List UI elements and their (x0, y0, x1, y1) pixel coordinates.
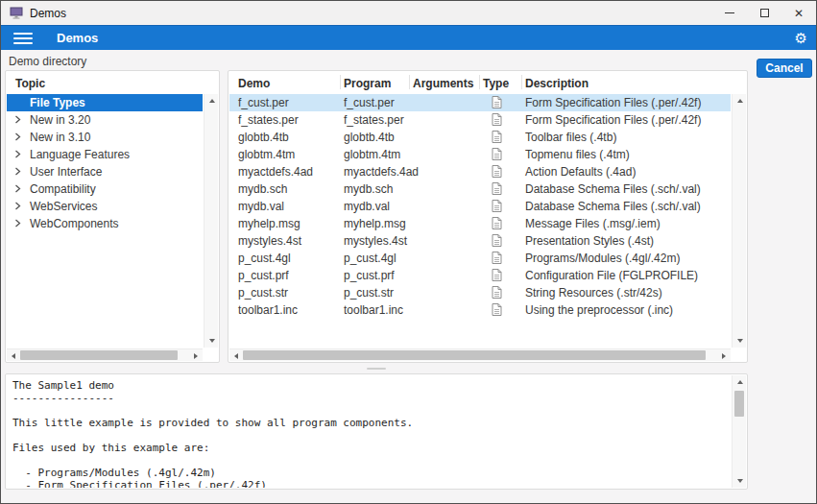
cell-description: Using the preprocessor (.inc) (525, 303, 673, 317)
splitter-grip-icon (367, 368, 386, 370)
app-toolbar: Demos ⚙ (1, 25, 816, 50)
minimize-button[interactable] (712, 1, 747, 25)
chevron-right-icon (14, 115, 21, 124)
scroll-right-arrow[interactable] (717, 349, 731, 362)
scrollbar-thumb[interactable] (20, 350, 178, 360)
cell-description: Form Specification Files (.per/.42f) (525, 113, 701, 127)
table-row[interactable]: f_cust.per f_cust.per Form Specification… (229, 94, 731, 111)
panel-splitter[interactable] (5, 365, 748, 372)
cell-description: Topmenu files (.4tm) (525, 148, 630, 161)
scroll-down-arrow[interactable] (733, 474, 747, 488)
cell-program: p_cust.str (344, 286, 394, 300)
column-header-demo[interactable]: Demo (238, 77, 270, 90)
scrollbar-thumb[interactable] (734, 391, 744, 417)
cell-demo: myhelp.msg (238, 217, 300, 230)
table-row[interactable]: myactdefs.4ad myactdefs.4ad Action Defau… (229, 163, 731, 180)
tree-item[interactable]: New in 3.20 (7, 111, 203, 129)
scroll-down-arrow[interactable] (204, 334, 219, 348)
table-row[interactable]: mydb.sch mydb.sch Database Schema Files … (229, 180, 731, 198)
cell-program: f_states.per (344, 113, 404, 127)
tree-item[interactable]: WebServices (7, 198, 203, 215)
cell-program: mydb.sch (344, 182, 393, 196)
scroll-left-arrow[interactable] (7, 349, 20, 362)
tree-horizontal-scrollbar[interactable] (7, 348, 203, 361)
document-icon (492, 200, 502, 212)
table-row[interactable]: toolbar1.inc toolbar1.inc Using the prep… (229, 301, 731, 319)
scroll-down-arrow[interactable] (733, 334, 747, 348)
tree-item-label: New in 3.10 (30, 131, 90, 144)
document-icon (492, 96, 502, 108)
table-row[interactable]: globtm.4tm globtm.4tm Topmenu files (.4t… (229, 146, 731, 163)
info-vertical-scrollbar[interactable] (732, 375, 746, 488)
cell-demo: p_cust.str (238, 286, 288, 300)
column-header-type[interactable]: Type (483, 77, 509, 90)
tree-item-label: Compatibility (30, 182, 96, 196)
column-header-program[interactable]: Program (344, 77, 391, 90)
tree-item[interactable]: Compatibility (7, 180, 203, 198)
cell-program: p_cust.prf (344, 269, 395, 282)
column-separator (340, 75, 341, 89)
tree-item-label: User Interface (30, 165, 102, 179)
hamburger-menu-icon[interactable] (13, 33, 33, 44)
chevron-right-icon (14, 219, 21, 228)
cell-demo: mydb.sch (238, 182, 287, 196)
close-button[interactable]: ✕ (781, 1, 816, 25)
title-bar: Demos ✕ (1, 1, 816, 25)
cell-program: globtm.4tm (344, 148, 400, 161)
cell-demo: p_cust.prf (238, 269, 289, 282)
cell-demo: toolbar1.inc (238, 303, 298, 317)
cell-program: f_cust.per (344, 96, 395, 109)
tree-item-label: WebComponents (30, 217, 119, 230)
topic-tree: File Types New in 3.20 New in 3.10 Langu… (7, 94, 203, 348)
chevron-right-icon (14, 202, 21, 210)
column-header-arguments[interactable]: Arguments (413, 77, 473, 90)
chevron-right-icon (14, 184, 21, 193)
column-header-description[interactable]: Description (525, 77, 589, 90)
scroll-right-arrow[interactable] (189, 349, 203, 362)
close-icon: ✕ (794, 8, 804, 19)
scroll-left-arrow[interactable] (229, 349, 243, 362)
column-separator (521, 75, 522, 89)
tree-item[interactable]: WebComponents (7, 215, 203, 232)
table-row[interactable]: mydb.val mydb.val Database Schema Files … (229, 198, 731, 215)
monitor-icon (10, 7, 23, 19)
maximize-button[interactable] (747, 1, 781, 25)
scroll-up-arrow[interactable] (204, 94, 219, 108)
document-icon (492, 148, 502, 160)
app-window: Demos ✕ Demos ⚙ Demo directory Cancel To… (0, 0, 817, 504)
scroll-up-arrow[interactable] (733, 375, 747, 389)
tree-item-label: File Types (30, 96, 85, 109)
chevron-right-icon (14, 132, 21, 141)
maximize-icon (760, 9, 769, 17)
table-row[interactable]: globtb.4tb globtb.4tb Toolbar files (.4t… (229, 129, 731, 146)
table-header: Demo Program Arguments Type Description (229, 71, 731, 94)
demo-description-text[interactable]: The Sample1 demo ---------------- This l… (7, 374, 731, 488)
tree-item-label: New in 3.20 (30, 113, 90, 127)
table-row[interactable]: mystyles.4st mystyles.4st Presentation S… (229, 232, 731, 250)
scrollbar-thumb[interactable] (243, 350, 706, 360)
table-row[interactable]: p_cust.4gl p_cust.4gl Programs/Modules (… (229, 250, 731, 267)
table-row[interactable]: f_states.per f_states.per Form Specifica… (229, 111, 731, 129)
cell-demo: mystyles.4st (238, 234, 301, 248)
tree-item[interactable]: Language Features (7, 146, 203, 163)
tree-item[interactable]: File Types (7, 94, 203, 111)
document-icon (492, 131, 502, 143)
cancel-button[interactable]: Cancel (757, 59, 812, 78)
tree-vertical-scrollbar[interactable] (204, 94, 218, 348)
cell-description: String Resources (.str/42s) (525, 286, 662, 300)
cell-program: mydb.val (344, 200, 390, 213)
table-row[interactable]: p_cust.str p_cust.str String Resources (… (229, 284, 731, 301)
document-icon (492, 113, 502, 126)
document-icon (492, 269, 502, 281)
tree-item[interactable]: User Interface (7, 163, 203, 180)
gear-icon[interactable]: ⚙ (795, 30, 807, 47)
cell-demo: globtb.4tb (238, 131, 289, 144)
table-vertical-scrollbar[interactable] (732, 94, 746, 348)
table-horizontal-scrollbar[interactable] (229, 348, 731, 361)
table-row[interactable]: myhelp.msg myhelp.msg Message Files (.ms… (229, 215, 731, 232)
table-row[interactable]: p_cust.prf p_cust.prf Configuration File… (229, 267, 731, 284)
scroll-up-arrow[interactable] (733, 94, 747, 108)
cell-description: Action Defaults (.4ad) (525, 165, 636, 179)
tree-item[interactable]: New in 3.10 (7, 129, 203, 146)
cell-description: Configuration File (FGLPROFILE) (525, 269, 698, 282)
